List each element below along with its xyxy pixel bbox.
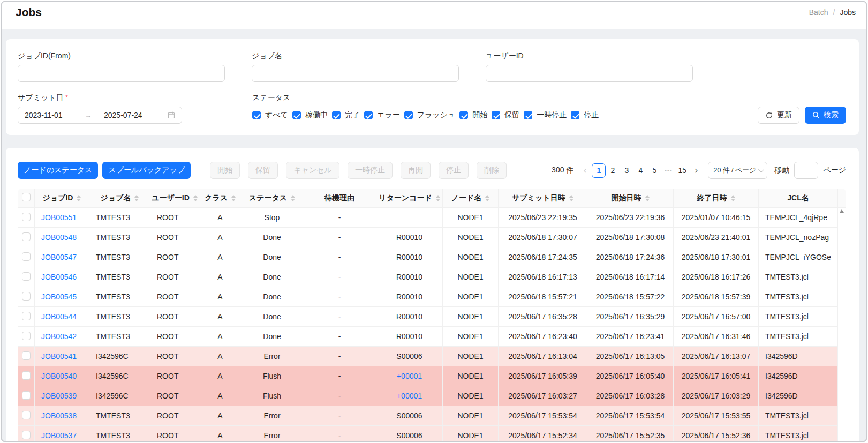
page-2-button[interactable]: 2: [606, 163, 620, 178]
status-checkbox-1[interactable]: 稼働中: [292, 110, 328, 120]
sort-icon[interactable]: [485, 195, 489, 201]
page-size-select[interactable]: 20 件 / ページ: [708, 162, 767, 179]
date-to-value[interactable]: 2025-07-24: [104, 111, 168, 119]
prev-page-button[interactable]: ‹: [578, 163, 592, 178]
row-checkbox[interactable]: [22, 332, 31, 340]
checkbox-icon[interactable]: [404, 111, 413, 119]
job-id-link[interactable]: JOB00544: [41, 312, 77, 321]
action-button-6[interactable]: 削除: [477, 162, 507, 179]
status-checkbox-5[interactable]: 開始: [459, 110, 487, 120]
cell-start-time: 2025/06/18 15:57:22: [587, 287, 674, 307]
refresh-button[interactable]: 更新: [758, 107, 799, 124]
row-checkbox[interactable]: [22, 351, 31, 360]
date-from-value[interactable]: 2023-11-01: [25, 111, 85, 119]
page-15-button[interactable]: 15: [675, 163, 689, 178]
submit-date-range-picker[interactable]: 2023-11-01 → 2025-07-24: [18, 107, 182, 124]
row-checkbox[interactable]: [22, 272, 31, 281]
search-button[interactable]: 検索: [805, 107, 846, 124]
job-id-link[interactable]: JOB00545: [41, 292, 77, 301]
page-4-button[interactable]: 4: [633, 163, 647, 178]
cell-start-time: 2025/06/17 16:05:40: [587, 366, 674, 386]
row-checkbox[interactable]: [22, 371, 31, 380]
status-checkbox-7[interactable]: 一時停止: [524, 110, 567, 120]
page-3-button[interactable]: 3: [620, 163, 633, 178]
jump-page-input[interactable]: [794, 162, 818, 179]
row-checkbox[interactable]: [22, 292, 31, 301]
row-checkbox[interactable]: [22, 252, 31, 261]
checkbox-icon[interactable]: [524, 111, 532, 119]
column-header-9[interactable]: 開始日時: [587, 189, 674, 208]
action-button-3[interactable]: 一時停止: [348, 162, 393, 179]
sort-icon[interactable]: [436, 195, 440, 201]
user-id-input[interactable]: [486, 65, 693, 82]
job-id-link[interactable]: JOB00547: [41, 253, 77, 261]
cell-return-code: S00006: [376, 347, 443, 366]
action-button-0[interactable]: 開始: [210, 162, 240, 179]
checkbox-icon[interactable]: [571, 111, 579, 119]
row-checkbox[interactable]: [22, 232, 31, 241]
job-id-link[interactable]: JOB00548: [41, 233, 77, 242]
page-5-button[interactable]: 5: [647, 163, 661, 178]
next-page-button[interactable]: ›: [689, 163, 703, 178]
job-name-input[interactable]: [252, 65, 459, 82]
row-checkbox[interactable]: [22, 213, 31, 221]
sort-icon[interactable]: [569, 195, 573, 201]
status-checkbox-4[interactable]: フラッシュ: [404, 110, 456, 120]
checkbox-icon[interactable]: [332, 111, 341, 119]
sort-icon[interactable]: [231, 195, 236, 201]
status-checkbox-0[interactable]: すべて: [252, 110, 288, 120]
status-checkbox-2[interactable]: 完了: [332, 110, 360, 120]
column-header-4[interactable]: ステータス: [241, 189, 303, 208]
sort-icon[interactable]: [731, 195, 735, 201]
action-button-4[interactable]: 再開: [401, 162, 431, 179]
sort-icon[interactable]: [77, 195, 81, 201]
row-checkbox[interactable]: [22, 312, 31, 320]
checkbox-icon[interactable]: [252, 111, 261, 119]
pagination-ellipsis[interactable]: •••: [661, 163, 675, 178]
status-checkbox-6[interactable]: 保留: [492, 110, 519, 120]
page-1-button[interactable]: 1: [592, 163, 606, 178]
sort-icon[interactable]: [645, 195, 650, 201]
job-id-link[interactable]: JOB00540: [41, 372, 77, 380]
column-header-8[interactable]: サブミット日時: [499, 189, 587, 208]
status-checkbox-8[interactable]: 停止: [571, 110, 599, 120]
return-code-link[interactable]: +00001: [397, 392, 422, 400]
checkbox-icon[interactable]: [292, 111, 301, 119]
job-id-link[interactable]: JOB00551: [41, 213, 77, 222]
column-header-7[interactable]: ノード名: [443, 189, 499, 208]
status-checkbox-3[interactable]: エラー: [364, 110, 400, 120]
checkbox-icon[interactable]: [364, 111, 373, 119]
job-id-input[interactable]: [18, 65, 225, 82]
job-id-link[interactable]: JOB00538: [41, 411, 77, 420]
job-id-link[interactable]: JOB00542: [41, 332, 77, 341]
job-id-link[interactable]: JOB00546: [41, 273, 77, 281]
job-id-link[interactable]: JOB00537: [41, 431, 77, 440]
action-button-2[interactable]: キャンセル: [286, 162, 339, 179]
sort-icon[interactable]: [134, 195, 139, 201]
column-header-10[interactable]: 終了日時: [674, 189, 759, 208]
column-header-3[interactable]: クラス: [199, 189, 241, 208]
scroll-up-arrow-icon[interactable]: [840, 209, 844, 213]
column-header-6[interactable]: リターンコード: [376, 189, 443, 208]
sort-icon[interactable]: [291, 195, 295, 201]
column-header-2[interactable]: ユーザーID: [150, 189, 199, 208]
select-all-checkbox[interactable]: [22, 193, 31, 201]
sort-icon[interactable]: [193, 195, 198, 201]
spool-backup-button[interactable]: スプールバックアップ: [102, 162, 191, 179]
action-button-1[interactable]: 保留: [248, 162, 278, 179]
column-header-1[interactable]: ジョブ名: [89, 189, 150, 208]
cell-return-code: S00006: [376, 426, 443, 442]
column-header-0[interactable]: ジョブID: [35, 189, 89, 208]
row-checkbox[interactable]: [22, 391, 31, 400]
job-id-link[interactable]: JOB00539: [41, 392, 77, 400]
checkbox-icon[interactable]: [492, 111, 500, 119]
row-checkbox[interactable]: [22, 411, 31, 419]
horizontal-scrollbar[interactable]: [18, 442, 834, 442]
return-code-link[interactable]: +00001: [397, 372, 422, 380]
action-button-5[interactable]: 停止: [439, 162, 469, 179]
job-id-link[interactable]: JOB00541: [41, 352, 77, 361]
node-status-button[interactable]: ノードのステータス: [18, 162, 98, 179]
breadcrumb-parent[interactable]: Batch: [809, 8, 828, 17]
checkbox-icon[interactable]: [459, 111, 468, 119]
row-checkbox[interactable]: [22, 431, 31, 439]
